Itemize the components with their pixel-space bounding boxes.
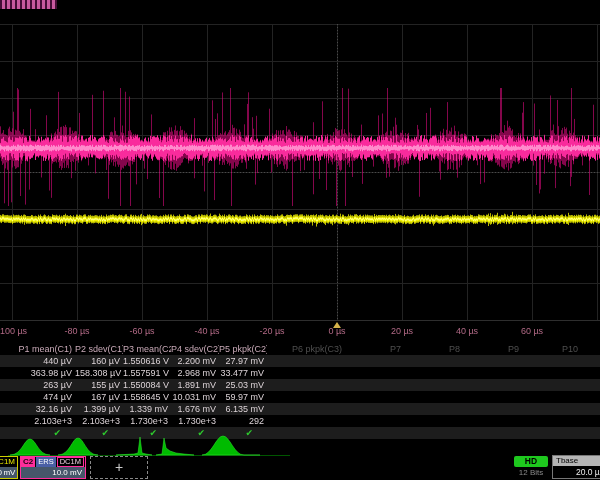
- trace-annotation-badge: [0, 0, 57, 9]
- measurement-header-unused[interactable]: P6 pkpk(C3): [267, 343, 345, 355]
- measurement-histicons: [4, 434, 304, 458]
- measurement-value: 2.968 mV: [171, 367, 219, 379]
- measurement-value: 1.891 mV: [171, 379, 219, 391]
- time-axis-label: 20 µs: [391, 326, 413, 336]
- measurement-value: 1.550084 V: [123, 379, 171, 391]
- measurement-value: 440 µV: [0, 355, 75, 367]
- measurement-value: 158.308 µV: [75, 367, 123, 379]
- time-axis-label: -40 µs: [194, 326, 219, 336]
- trigger-position-marker[interactable]: [333, 322, 341, 328]
- measurement-value: 474 µV: [0, 391, 75, 403]
- measurement-value: 263 µV: [0, 379, 75, 391]
- plus-icon: +: [115, 459, 123, 475]
- measurement-value: 167 µV: [75, 391, 123, 403]
- measurement-header-unused[interactable]: P8: [404, 343, 463, 355]
- c2-coupling-chip: DC1M: [57, 457, 84, 467]
- measurement-value: 1.557591 V: [123, 367, 171, 379]
- timebase-descriptor[interactable]: Tbase 20.0 µs: [552, 455, 600, 479]
- waveform-grid[interactable]: [0, 0, 600, 322]
- measurement-header[interactable]: P4 sdev(C2): [171, 343, 219, 355]
- measurement-header-unused[interactable]: P9: [463, 343, 522, 355]
- measurement-value: 1.730e+3: [171, 415, 219, 427]
- measurement-value: 292: [219, 415, 267, 427]
- histicon-p1: [10, 439, 50, 455]
- measurement-value: 155 µV: [75, 379, 123, 391]
- histicon-p3: [116, 437, 152, 455]
- time-axis: -100 µs-80 µs-60 µs-40 µs-20 µs0 µs20 µs…: [0, 321, 600, 342]
- timebase-title: Tbase: [553, 456, 600, 466]
- c2-scale-value: 10.0 mV: [21, 467, 85, 478]
- measurement-value: 2.200 mV: [171, 355, 219, 367]
- c2-eres-chip: ERS: [36, 457, 55, 467]
- histicon-p4: [156, 438, 194, 455]
- c2-channel-badge: C2: [21, 457, 35, 467]
- time-axis-label: -20 µs: [259, 326, 284, 336]
- hd-bits-label: 12 Bits: [508, 468, 554, 477]
- measurement-value: 59.97 mV: [219, 391, 267, 403]
- measurement-header-unused[interactable]: P10: [522, 343, 581, 355]
- time-axis-label: 40 µs: [456, 326, 478, 336]
- time-axis-label: -80 µs: [64, 326, 89, 336]
- measurement-value: 27.97 mV: [219, 355, 267, 367]
- measurement-value: 32.16 µV: [0, 403, 75, 415]
- timebase-value: 20.0 µs: [553, 466, 600, 478]
- measurement-value: 10.031 mV: [171, 391, 219, 403]
- measurement-value: 1.339 mV: [123, 403, 171, 415]
- time-axis-label: 60 µs: [521, 326, 543, 336]
- measurement-value: 2.103e+3: [0, 415, 75, 427]
- channel-c1-descriptor[interactable]: DC1M 0 mV: [0, 456, 18, 479]
- measurement-header[interactable]: P1 mean(C1): [0, 343, 75, 355]
- time-axis-label: -100 µs: [0, 326, 27, 336]
- measurement-value: 2.103e+3: [75, 415, 123, 427]
- measurement-header[interactable]: P5 pkpk(C2): [219, 343, 267, 355]
- measurement-header[interactable]: P3 mean(C2): [123, 343, 171, 355]
- hd-mode-badge[interactable]: HD: [514, 456, 548, 467]
- measurement-table[interactable]: P1 mean(C1)P2 sdev(C1)P3 mean(C2)P4 sdev…: [0, 343, 600, 439]
- channel-c2-descriptor[interactable]: C2 ERS DC1M 10.0 mV: [20, 456, 86, 479]
- measurement-value: 1.399 µV: [75, 403, 123, 415]
- c1-scale-value: 0 mV: [0, 467, 17, 478]
- histicon-p5: [202, 436, 260, 455]
- measurement-value: 1.730e+3: [123, 415, 171, 427]
- measurement-value: 160 µV: [75, 355, 123, 367]
- measurement-value: 25.03 mV: [219, 379, 267, 391]
- measurement-value: 6.135 mV: [219, 403, 267, 415]
- time-axis-label: -60 µs: [129, 326, 154, 336]
- add-trace-button[interactable]: +: [90, 456, 148, 479]
- measurement-value: 1.550616 V: [123, 355, 171, 367]
- measurement-header[interactable]: P2 sdev(C1): [75, 343, 123, 355]
- measurement-value: 1.558645 V: [123, 391, 171, 403]
- measurement-header-unused[interactable]: P7: [345, 343, 404, 355]
- histicon-p2: [58, 438, 98, 455]
- measurement-value: 33.477 mV: [219, 367, 267, 379]
- c1-coupling-label: DC1M: [0, 457, 17, 467]
- measurement-value: 363.98 µV: [0, 367, 75, 379]
- measurement-value: 1.676 mV: [171, 403, 219, 415]
